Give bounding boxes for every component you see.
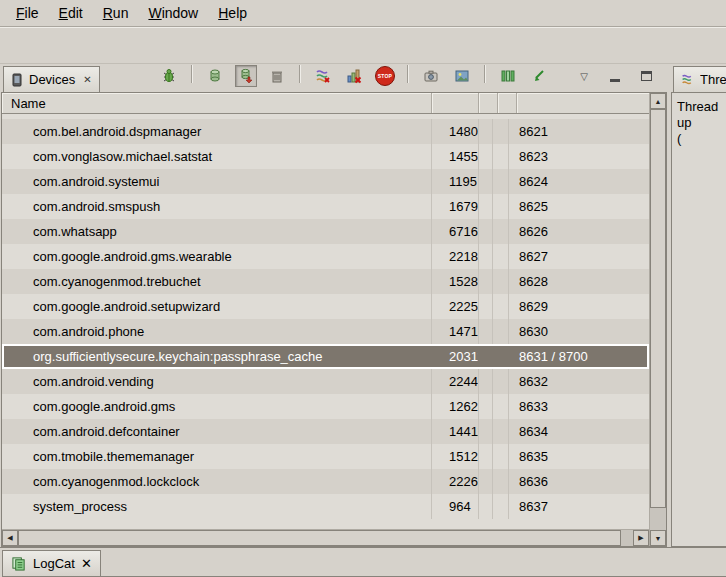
scroll-left-button[interactable]: ◀ [2, 530, 18, 546]
process-pid: 1528 [432, 269, 479, 294]
heap-updates-icon[interactable] [497, 65, 519, 87]
maximize-icon[interactable] [635, 65, 657, 87]
device-row[interactable]: com.google.android.gms.wearable221858627 [2, 244, 649, 269]
thread-updates-icon[interactable] [528, 65, 550, 87]
process-name: com.whatsapp [2, 219, 432, 244]
empty-cell [493, 244, 509, 269]
update-heap-icon[interactable] [204, 65, 226, 87]
threads-tab-label: Threads [700, 72, 726, 87]
empty-cell [493, 169, 509, 194]
process-port: 8621 [509, 119, 649, 144]
empty-cell [479, 469, 493, 494]
process-name: com.google.android.gms.wearable [2, 244, 432, 269]
empty-cell [479, 394, 493, 419]
dump-hprof-icon[interactable] [235, 65, 257, 87]
device-row[interactable]: com.android.vending224408632 [2, 369, 649, 394]
device-table-body: com.bel.android.dspmanager14808621com.vo… [2, 114, 649, 529]
process-port: 8637 [509, 494, 649, 519]
process-name: com.android.smspush [2, 194, 432, 219]
threads-message-line: Thread up [677, 99, 726, 131]
vertical-scrollbar[interactable]: ▲ ▼ [649, 93, 666, 546]
empty-cell [493, 344, 509, 369]
threads-tab-icon [681, 73, 694, 86]
device-row[interactable]: com.cyanogenmod.trebuchet15288628 [2, 269, 649, 294]
horizontal-scroll-thumb[interactable] [18, 530, 621, 546]
empty-cell [493, 294, 509, 319]
tab-devices[interactable]: Devices ✕ [3, 66, 100, 92]
device-table: Name com.bel.android.dspmanager14808621c… [1, 92, 667, 547]
threads-view: Threads ✕ Thread up ( [671, 64, 726, 547]
menu-window[interactable]: Window [138, 1, 208, 25]
device-row[interactable]: com.android.phone14718630 [2, 319, 649, 344]
device-row[interactable]: com.bel.android.dspmanager14808621 [2, 119, 649, 144]
empty-cell [493, 144, 509, 169]
device-row[interactable]: com.google.android.setupwizard222508629 [2, 294, 649, 319]
process-port: 8634 [509, 419, 649, 444]
devices-view: Devices ✕ [1, 64, 667, 547]
device-row[interactable]: com.android.defcontainer144118634 [2, 419, 649, 444]
update-threads-icon[interactable] [312, 65, 334, 87]
process-port: 8632 [509, 369, 649, 394]
device-row[interactable]: com.vonglasow.michael.satstat145538623 [2, 144, 649, 169]
tab-logcat[interactable]: LogCat ✕ [2, 550, 101, 577]
horizontal-scrollbar[interactable]: ◀ ▶ [2, 529, 649, 546]
process-port: 8629 [509, 294, 649, 319]
process-pid: 1471 [432, 319, 479, 344]
start-method-profiling-icon[interactable] [343, 65, 365, 87]
process-name: com.android.vending [2, 369, 432, 394]
menu-file[interactable]: File [6, 1, 49, 25]
process-pid: 6716 [432, 219, 479, 244]
empty-cell [479, 344, 493, 369]
tab-threads[interactable]: Threads ✕ [673, 66, 726, 92]
empty-cell [479, 269, 493, 294]
header-cell [517, 93, 649, 113]
device-row[interactable]: com.android.smspush16798625 [2, 194, 649, 219]
scroll-down-button[interactable]: ▼ [650, 530, 666, 546]
empty-cell [479, 294, 493, 319]
logcat-tab-close-icon[interactable]: ✕ [81, 556, 92, 571]
threads-message: Thread up ( [671, 92, 726, 547]
menu-run[interactable]: Run [93, 1, 139, 25]
empty-cell [493, 269, 509, 294]
process-name: com.google.android.gms [2, 394, 432, 419]
menu-help[interactable]: Help [208, 1, 257, 25]
process-name: org.sufficientlysecure.keychain:passphra… [2, 344, 432, 369]
cause-gc-icon[interactable] [266, 65, 288, 87]
toolbar-separator [407, 65, 409, 83]
header-cell-name[interactable]: Name [2, 93, 432, 113]
view-menu-icon[interactable]: ▽ [573, 65, 595, 87]
process-pid: 22440 [432, 369, 479, 394]
minimize-icon[interactable] [604, 65, 626, 87]
scroll-right-button[interactable]: ▶ [633, 530, 649, 546]
stop-process-icon[interactable]: STOP [374, 65, 396, 87]
stop-sign: STOP [375, 66, 395, 86]
empty-cell [493, 194, 509, 219]
capture-view-icon[interactable] [451, 65, 473, 87]
device-row[interactable]: com.tmobile.thememanager15128635 [2, 444, 649, 469]
vertical-scroll-thumb[interactable] [650, 109, 666, 508]
device-row[interactable]: com.android.systemui11958624 [2, 169, 649, 194]
device-row[interactable]: system_process9648637 [2, 494, 649, 519]
process-name: system_process [2, 494, 432, 519]
ddms-window: FileEditRunWindowHelp Devices ✕ [0, 0, 726, 577]
empty-cell [479, 144, 493, 169]
device-row[interactable]: org.sufficientlysecure.keychain:passphra… [2, 344, 649, 369]
main-toolbar [0, 27, 726, 64]
menu-edit[interactable]: Edit [49, 1, 93, 25]
empty-cell [479, 244, 493, 269]
menu-bar: FileEditRunWindowHelp [0, 0, 726, 27]
device-row[interactable]: com.google.android.gms126238633 [2, 394, 649, 419]
process-port: 8636 [509, 469, 649, 494]
process-name: com.tmobile.thememanager [2, 444, 432, 469]
process-name: com.cyanogenmod.lockclock [2, 469, 432, 494]
device-row[interactable]: com.whatsapp67168626 [2, 219, 649, 244]
empty-cell [479, 169, 493, 194]
devices-tab-close-icon[interactable]: ✕ [81, 74, 91, 85]
debug-process-icon[interactable] [158, 65, 180, 87]
scroll-up-button[interactable]: ▲ [650, 93, 666, 109]
process-pid: 22185 [432, 244, 479, 269]
device-row[interactable]: com.cyanogenmod.lockclock222658636 [2, 469, 649, 494]
empty-cell [479, 494, 493, 519]
header-cell [432, 93, 479, 113]
screen-capture-icon[interactable] [420, 65, 442, 87]
